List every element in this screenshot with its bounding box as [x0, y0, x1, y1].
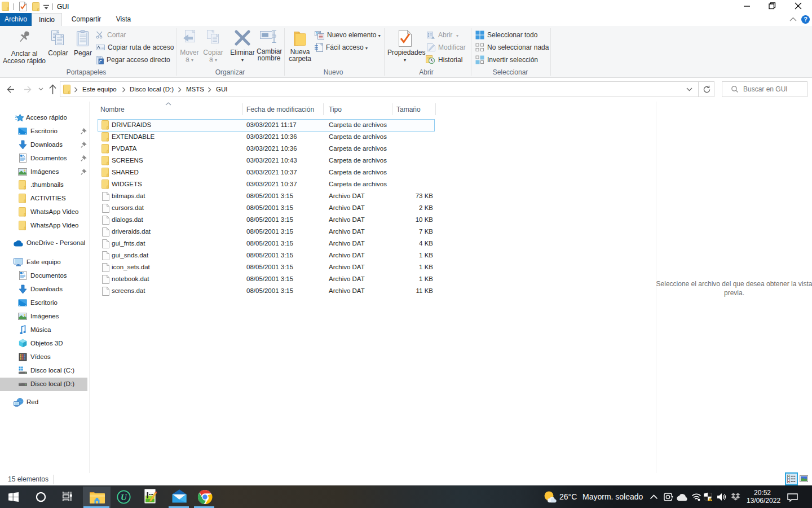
svg-text:U: U [121, 493, 127, 502]
